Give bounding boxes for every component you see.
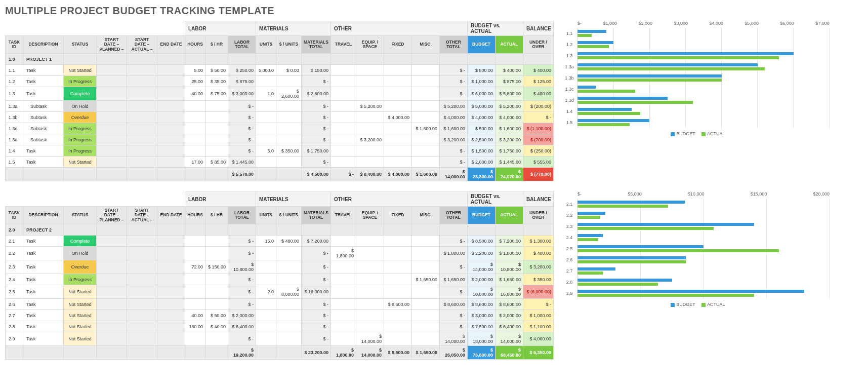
col-header: DESCRIPTION [23, 36, 64, 54]
col-header: TASK ID [6, 36, 23, 54]
col-header: UNITS [256, 36, 276, 54]
table-row: 1.3aSubtaskOn Hold$ -$ -$ 5,200.00$ 5,20… [6, 101, 554, 112]
chart-legend: BUDGET ACTUAL [561, 131, 830, 136]
col-header: OTHER TOTAL [439, 36, 467, 54]
bar-actual [577, 227, 714, 230]
bar-actual [577, 260, 686, 263]
table-row: 1.3dSubtaskIn Progress$ -$ -$ 3,200.00$ … [6, 134, 554, 145]
col-header: BUDGET [467, 36, 495, 54]
bar-budget [577, 201, 685, 204]
bar-actual [577, 45, 609, 48]
chart-row: 1.3a [561, 61, 830, 72]
bar-budget [577, 267, 615, 270]
col-header: TRAVEL [330, 36, 356, 54]
table-row: 2.2TaskOn Hold$ -$ -$ 1,800.00$ 1,800.00… [6, 247, 554, 260]
col-header: $ / HR [205, 207, 228, 224]
bar-actual [577, 56, 779, 59]
col-header: START DATE – ACTUAL – [127, 36, 157, 54]
status-badge: In Progress [64, 134, 97, 145]
bar-actual [577, 90, 635, 93]
bar-actual [577, 272, 603, 275]
col-header: MISC. [411, 207, 439, 224]
col-header: FIXED [384, 36, 411, 54]
status-badge: Not Started [64, 285, 97, 299]
bar-actual [577, 216, 600, 219]
chart-row: 1.2 [561, 39, 830, 50]
col-header: STATUS [64, 36, 97, 54]
chart-row: 1.1 [561, 28, 830, 39]
bar-budget [577, 52, 794, 55]
status-badge: On Hold [64, 247, 97, 260]
bar-budget [577, 97, 668, 100]
budget-actual-chart: $-$5,000$10,000$15,000$20,000 2.1 2.2 2.… [561, 191, 830, 307]
chart-row: 2.2 [561, 210, 830, 221]
table-row: 2.3TaskOverdue72.00$ 150.00$ 10,800.00$ … [6, 260, 554, 274]
col-header: EQUIP. / SPACE [356, 207, 384, 224]
chart-row: 2.3 [561, 221, 830, 232]
bar-budget [577, 63, 758, 66]
bar-budget [577, 108, 632, 111]
status-badge: Not Started [64, 299, 97, 310]
col-header: STATUS [64, 207, 97, 224]
col-header: UNITS [256, 207, 276, 224]
status-badge: Not Started [64, 157, 97, 168]
chart-row: 1.4 [561, 106, 830, 117]
col-header: $ / UNITS [276, 36, 302, 54]
chart-row: 2.6 [561, 254, 830, 265]
col-header: MISC. [411, 36, 439, 54]
chart-row: 1.3d [561, 95, 830, 106]
table-row: 1.5TaskNot Started17.00$ 85.00$ 1,445.00… [6, 157, 554, 168]
col-header: START DATE – PLANNED – [97, 207, 127, 224]
col-header: ACTUAL [495, 36, 523, 54]
chart-row: 2.7 [561, 265, 830, 277]
chart-legend: BUDGET ACTUAL [561, 302, 830, 307]
table-row: 2.5TaskNot Started$ -2.0$ 8,000.00$ 16,0… [6, 285, 554, 299]
chart-row: 2.1 [561, 199, 830, 210]
table-row: 2.4TaskIn Progress$ -$ -$ 1,650.00$ 1,65… [6, 274, 554, 285]
status-badge: In Progress [64, 145, 97, 157]
col-header: MATERIALS TOTAL [302, 36, 331, 54]
status-badge: Complete [64, 236, 97, 247]
chart-row: 2.5 [561, 243, 830, 254]
bar-actual [577, 112, 641, 115]
status-badge: In Progress [64, 76, 97, 87]
bar-budget [577, 223, 754, 226]
chart-row: 1.3c [561, 84, 830, 95]
bar-budget [577, 212, 605, 215]
status-badge: Overdue [64, 260, 97, 274]
bar-actual [577, 123, 630, 126]
col-header: END DATE [157, 36, 185, 54]
table-row: 1.4TaskIn Progress$ -5.0$ 350.00$ 1,750.… [6, 145, 554, 157]
col-header: START DATE – ACTUAL – [127, 207, 157, 224]
bar-budget [577, 290, 804, 293]
col-header: FIXED [384, 207, 411, 224]
table-row: 2.1TaskComplete$ -15.0$ 480.00$ 7,200.00… [6, 236, 554, 247]
table-row: 1.1TaskNot Started5.00$ 50.00$ 250.005,0… [6, 65, 554, 76]
bar-budget [577, 234, 603, 237]
col-header: START DATE – PLANNED – [97, 36, 127, 54]
col-header: BUDGET [467, 207, 495, 224]
chart-row: 2.8 [561, 277, 830, 288]
col-header: UNDER / OVER [523, 36, 553, 54]
status-badge: Complete [64, 87, 97, 101]
chart-row: 1.3 [561, 50, 830, 61]
col-header: $ / UNITS [276, 207, 302, 224]
table-row: 1.3bSubtaskOverdue$ -$ -$ 4,000.00$ 4,00… [6, 112, 554, 123]
col-header: HOURS [185, 207, 205, 224]
bar-budget [577, 86, 596, 89]
col-header: OTHER TOTAL [439, 207, 467, 224]
bar-budget [577, 30, 606, 33]
status-badge: Not Started [64, 310, 97, 321]
bar-budget [577, 256, 686, 259]
bar-budget [577, 41, 613, 44]
bar-budget [577, 245, 704, 248]
bar-actual [577, 249, 779, 252]
col-header: LABOR TOTAL [228, 36, 256, 54]
chart-row: 2.9 [561, 288, 830, 299]
page-title: MULTIPLE PROJECT BUDGET TRACKING TEMPLAT… [5, 5, 863, 17]
bar-actual [577, 294, 754, 297]
status-badge: Overdue [64, 112, 97, 123]
bar-actual [577, 283, 658, 286]
status-badge: In Progress [64, 274, 97, 285]
col-header: $ / HR [205, 36, 228, 54]
